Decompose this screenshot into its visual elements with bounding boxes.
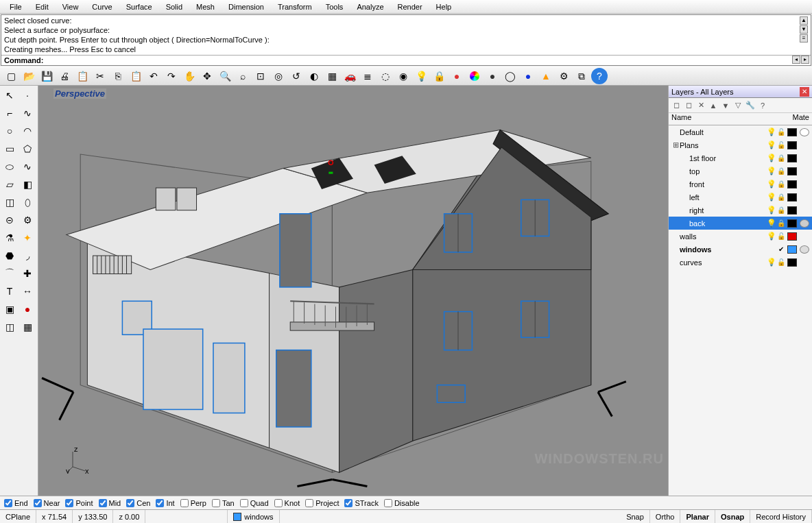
point-icon[interactable]: ▲	[538, 68, 554, 84]
tool-cube-icon[interactable]: ◫	[1, 319, 18, 335]
lightbulb-icon[interactable]: 💡	[767, 193, 776, 202]
layer-name[interactable]: 1st floor	[680, 154, 767, 162]
props-icon[interactable]: 📋	[74, 68, 91, 84]
layer-row-top[interactable]: top💡🔒	[669, 165, 812, 178]
tool-gear2-icon[interactable]: ⚙	[19, 212, 36, 228]
layer-name[interactable]: front	[680, 180, 767, 188]
lightbulb-icon[interactable]: 💡	[767, 232, 776, 241]
lock-icon[interactable]: 🔒	[776, 154, 786, 162]
layer-color-swatch[interactable]	[787, 232, 797, 241]
cmd-scroll-h[interactable]: ◂▸	[791, 56, 809, 64]
lock-icon[interactable]: 🔓	[776, 128, 786, 136]
status-ortho[interactable]: Ortho	[650, 510, 681, 523]
zoom-in-icon[interactable]: 🔍	[217, 68, 233, 84]
menu-surface[interactable]: Surface	[119, 1, 159, 12]
osnap-tan-checkbox[interactable]	[212, 499, 220, 507]
menu-file[interactable]: File	[3, 1, 29, 12]
layer-row-back[interactable]: back💡🔒	[669, 217, 812, 230]
car-icon[interactable]: 🚗	[342, 68, 358, 84]
up-icon[interactable]: ▲	[708, 101, 718, 110]
osnap-perp[interactable]: Perp	[180, 499, 206, 507]
lightbulb-icon[interactable]: 💡	[767, 141, 776, 149]
copy-icon[interactable]: ⎘	[110, 68, 126, 84]
material-swatch[interactable]	[800, 245, 809, 254]
zoom-ext-icon[interactable]: ⊡	[252, 68, 269, 84]
lock-icon[interactable]: ✔	[776, 245, 786, 253]
layer-name[interactable]: curves	[680, 258, 767, 267]
osnap-perp-checkbox[interactable]	[180, 499, 189, 507]
layer-name[interactable]: right	[680, 206, 767, 215]
tool-curve3-icon[interactable]: ∿	[19, 158, 36, 175]
osnap-strack-checkbox[interactable]	[344, 499, 353, 507]
layer-color-swatch[interactable]	[787, 167, 797, 175]
tool-curve2-icon[interactable]: ∿	[19, 105, 36, 121]
osnap-quad-checkbox[interactable]	[240, 499, 248, 507]
tool-circle-icon[interactable]: ○	[1, 123, 18, 139]
lightbulb-icon[interactable]: 💡	[767, 127, 776, 136]
layer-row-left[interactable]: left💡🔒	[669, 191, 812, 204]
menu-view[interactable]: View	[56, 1, 86, 12]
tool-blend-icon[interactable]: ⌒	[1, 265, 18, 282]
osnap-knot-checkbox[interactable]	[274, 499, 283, 507]
lightbulb-icon[interactable]: 💡	[767, 206, 776, 215]
light-icon[interactable]: 💡	[413, 68, 429, 84]
tools-icon[interactable]: 🔧	[745, 101, 755, 110]
zoom-window-icon[interactable]: ⌕	[235, 68, 251, 84]
viewport-perspective[interactable]: Perspective	[38, 86, 668, 496]
tool-net-icon[interactable]: ✚	[19, 265, 36, 282]
tool-arrow-icon[interactable]: ↖	[1, 87, 18, 104]
layer-color-swatch[interactable]	[787, 128, 797, 136]
new-layer-icon[interactable]: ◻	[671, 101, 681, 110]
col-material[interactable]: Mate	[793, 113, 809, 125]
tool-rect-icon[interactable]: ▭	[1, 141, 18, 157]
layers-icon[interactable]: ≣	[359, 68, 376, 84]
save-icon[interactable]: 💾	[38, 68, 55, 84]
undo-icon[interactable]: ↶	[145, 68, 162, 84]
tool-srf2-icon[interactable]: ◧	[19, 176, 36, 193]
osnap-near-checkbox[interactable]	[34, 499, 42, 507]
tool-dim-icon[interactable]: ↔	[19, 283, 36, 300]
osnap-cen-checkbox[interactable]	[126, 499, 134, 507]
tool-mesh-icon[interactable]: ▦	[19, 319, 36, 335]
status-planar[interactable]: Planar	[680, 510, 715, 523]
expand-icon[interactable]: ⊞	[671, 141, 680, 149]
tool-pipe-icon[interactable]: ⊝	[1, 212, 18, 228]
redo-icon[interactable]: ↷	[163, 68, 180, 84]
layer-row-curves[interactable]: curves💡🔓	[669, 256, 812, 269]
layer-row-default[interactable]: Default💡🔓	[669, 125, 812, 138]
show-icon[interactable]: ◉	[395, 68, 411, 84]
osnap-mid[interactable]: Mid	[99, 499, 121, 507]
osnap-point[interactable]: Point	[65, 499, 93, 507]
close-icon[interactable]: ✕	[800, 87, 809, 97]
layer-color-swatch[interactable]	[787, 219, 797, 228]
tool-polyline-icon[interactable]: ⌐	[1, 105, 18, 121]
tool-frame-icon[interactable]: ▣	[1, 301, 18, 317]
layer-row-windows[interactable]: windows✔	[669, 243, 812, 256]
new-sublayer-icon[interactable]: ◻	[684, 101, 693, 110]
lightbulb-icon[interactable]: 💡	[767, 167, 776, 175]
osnap-int-checkbox[interactable]	[156, 499, 164, 507]
cut-icon[interactable]: ✂	[92, 68, 108, 84]
tool-cyl-icon[interactable]: ⬯	[19, 194, 36, 210]
status-record-history[interactable]: Record History	[750, 510, 812, 523]
grid-icon[interactable]: ▦	[324, 68, 340, 84]
sphere-icon[interactable]: ●	[520, 68, 536, 84]
layer-row-1st-floor[interactable]: 1st floor💡🔒	[669, 151, 812, 165]
layer-color-swatch[interactable]	[787, 141, 797, 149]
print-icon[interactable]: 🖨	[56, 68, 73, 84]
model-canvas[interactable]	[38, 86, 668, 496]
osnap-end[interactable]: End	[4, 499, 28, 507]
down-icon[interactable]: ▼	[721, 101, 730, 110]
layer-row-right[interactable]: right💡🔒	[669, 204, 812, 217]
layer-color-swatch[interactable]	[787, 258, 797, 267]
osnap-cen[interactable]: Cen	[126, 499, 150, 507]
lock-icon[interactable]: 🔒	[776, 219, 786, 227]
move-icon[interactable]: ✥	[199, 68, 215, 84]
tool-srf-icon[interactable]: ▱	[1, 176, 18, 193]
lightbulb-icon[interactable]: 💡	[767, 154, 776, 162]
osnap-project-checkbox[interactable]	[305, 499, 313, 507]
zoom-dyn-icon[interactable]: ◐	[306, 68, 322, 84]
tool-text-icon[interactable]: T	[1, 283, 18, 300]
zoom-prev-icon[interactable]: ↺	[288, 68, 304, 84]
layer-name[interactable]: windows	[680, 245, 767, 254]
